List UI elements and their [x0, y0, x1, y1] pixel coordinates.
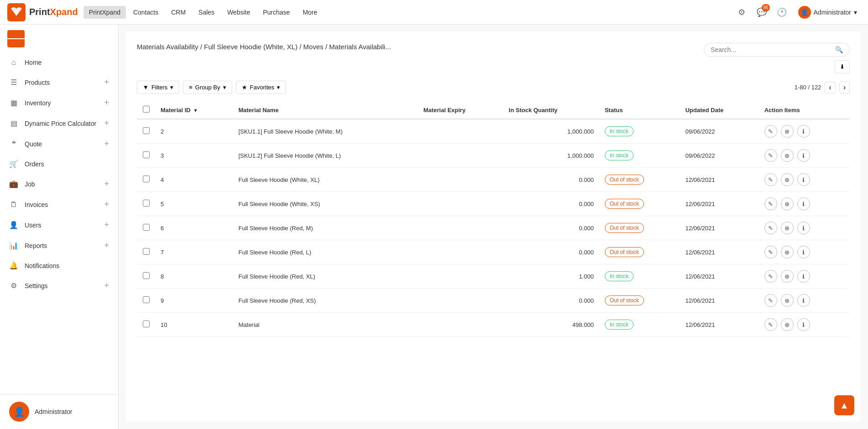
row-checkbox-6[interactable] [143, 272, 150, 279]
edit-icon[interactable]: ✎ [764, 222, 777, 234]
info-icon[interactable]: ℹ [797, 173, 810, 186]
notifications-icon[interactable]: 💬 86 [754, 5, 769, 20]
info-icon[interactable]: ℹ [797, 246, 810, 258]
nav-item-printxpand[interactable]: PrintXpand [83, 6, 126, 19]
prev-page-button[interactable]: ‹ [825, 82, 835, 93]
nav-item-website[interactable]: Website [222, 6, 255, 19]
nav-item-sales[interactable]: Sales [193, 6, 220, 19]
dynamic-price-expand-icon[interactable]: + [104, 119, 109, 128]
row-checkbox-0[interactable] [143, 127, 150, 134]
nav-item-more[interactable]: More [297, 6, 323, 19]
settings-expand-icon[interactable]: + [104, 281, 109, 290]
info-icon[interactable]: ℹ [797, 318, 810, 331]
edit-icon[interactable]: ✎ [764, 125, 777, 138]
group-by-label: Group By [195, 84, 220, 91]
edit-icon[interactable]: ✎ [764, 294, 777, 307]
sidebar-item-inventory[interactable]: ▦ Inventory + [0, 93, 118, 113]
add-icon[interactable]: ⊕ [781, 246, 794, 258]
hamburger-button[interactable] [7, 30, 25, 47]
info-icon[interactable]: ℹ [797, 270, 810, 283]
select-all-checkbox[interactable] [143, 106, 150, 113]
cell-material-expiry [418, 313, 503, 337]
inventory-expand-icon[interactable]: + [104, 98, 109, 108]
edit-icon[interactable]: ✎ [764, 318, 777, 331]
sidebar-item-reports[interactable]: 📊 Reports + [0, 235, 118, 256]
row-checkbox-4[interactable] [143, 224, 150, 231]
cell-in-stock-qty: 1.000 [503, 264, 599, 289]
edit-icon[interactable]: ✎ [764, 246, 777, 258]
nav-item-purchase[interactable]: Purchase [257, 6, 295, 19]
reports-expand-icon[interactable]: + [104, 241, 109, 250]
search-box: 🔍 [704, 43, 850, 57]
add-icon[interactable]: ⊕ [781, 173, 794, 186]
add-icon[interactable]: ⊕ [781, 125, 794, 138]
nav-item-contacts[interactable]: Contacts [128, 6, 164, 19]
logo[interactable]: PrintXpand [7, 3, 78, 21]
info-icon[interactable]: ℹ [797, 197, 810, 210]
job-expand-icon[interactable]: + [104, 179, 109, 189]
cell-updated-date: 12/06/2021 [680, 289, 759, 313]
next-page-button[interactable]: › [839, 82, 850, 93]
quote-expand-icon[interactable]: + [104, 139, 109, 149]
table-header: Material ID ▼ Material Name Material Exp… [137, 101, 850, 119]
sidebar-item-home[interactable]: ⌂ Home [0, 53, 118, 72]
edit-icon[interactable]: ✎ [764, 149, 777, 162]
row-checkbox-2[interactable] [143, 176, 150, 182]
cell-action-items: ✎ ⊕ ℹ [759, 168, 850, 192]
filters-button[interactable]: ▼ Filters ▾ [137, 81, 179, 94]
invoices-icon: 🗒 [9, 201, 18, 209]
sidebar-item-job[interactable]: 💼 Job + [0, 174, 118, 194]
info-icon[interactable]: ℹ [797, 125, 810, 138]
row-checkbox-3[interactable] [143, 200, 150, 207]
sidebar-item-quote[interactable]: ❝ Quote + [0, 134, 118, 154]
add-icon[interactable]: ⊕ [781, 197, 794, 210]
row-checkbox-8[interactable] [143, 320, 150, 327]
sidebar-footer: 👤 Administrator [0, 394, 118, 429]
admin-button[interactable]: 👤 Administrator ▾ [795, 4, 861, 21]
search-input[interactable] [711, 46, 835, 53]
sidebar-item-orders[interactable]: 🛒 Orders [0, 154, 118, 174]
edit-icon[interactable]: ✎ [764, 197, 777, 210]
favorites-button[interactable]: ★ Favorites ▾ [236, 81, 286, 94]
info-icon[interactable]: ℹ [797, 149, 810, 162]
sidebar-item-settings[interactable]: ⚙ Settings + [0, 275, 118, 296]
cell-status: Out of stock [599, 168, 680, 192]
cell-material-name: Full Sleeve Hoodie (Red, XS) [233, 289, 418, 313]
sidebar-item-products[interactable]: ☰ Products + [0, 72, 118, 93]
group-by-button[interactable]: ≡ Group By ▾ [183, 81, 232, 94]
col-material-id[interactable]: Material ID ▼ [155, 101, 233, 119]
add-icon[interactable]: ⊕ [781, 294, 794, 307]
edit-icon[interactable]: ✎ [764, 270, 777, 283]
header-row: Materials Availability / Full Sleeve Hoo… [137, 43, 850, 73]
sidebar-item-invoices[interactable]: 🗒 Invoices + [0, 194, 118, 215]
cell-updated-date: 09/06/2022 [680, 144, 759, 168]
settings-icon[interactable]: ⚙ [734, 5, 749, 20]
sidebar-item-dynamic-price[interactable]: ▤ Dynamic Price Calculator + [0, 113, 118, 134]
cell-material-expiry [418, 264, 503, 289]
add-icon[interactable]: ⊕ [781, 318, 794, 331]
row-checkbox-7[interactable] [143, 296, 150, 303]
row-checkbox-1[interactable] [143, 151, 150, 158]
add-icon[interactable]: ⊕ [781, 149, 794, 162]
cell-status: Out of stock [599, 240, 680, 264]
edit-icon[interactable]: ✎ [764, 173, 777, 186]
scroll-to-top-button[interactable]: ▲ [834, 395, 854, 415]
info-icon[interactable]: ℹ [797, 294, 810, 307]
nav-item-crm[interactable]: CRM [166, 6, 191, 19]
clock-icon[interactable]: 🕐 [774, 5, 789, 20]
invoices-expand-icon[interactable]: + [104, 200, 109, 209]
action-icons: ✎ ⊕ ℹ [764, 173, 844, 186]
add-icon[interactable]: ⊕ [781, 222, 794, 234]
info-icon[interactable]: ℹ [797, 222, 810, 234]
status-badge: In stock [605, 320, 634, 330]
row-checkbox-5[interactable] [143, 248, 150, 255]
download-button[interactable]: ⬇ [835, 60, 850, 73]
add-icon[interactable]: ⊕ [781, 270, 794, 283]
sidebar-item-notifications[interactable]: 🔔 Notifications [0, 256, 118, 275]
sidebar-item-users[interactable]: 👤 Users + [0, 215, 118, 235]
users-expand-icon[interactable]: + [104, 220, 109, 230]
cell-updated-date: 12/06/2021 [680, 168, 759, 192]
cell-action-items: ✎ ⊕ ℹ [759, 119, 850, 144]
products-expand-icon[interactable]: + [104, 78, 109, 87]
admin-dropdown-icon: ▾ [854, 9, 857, 16]
